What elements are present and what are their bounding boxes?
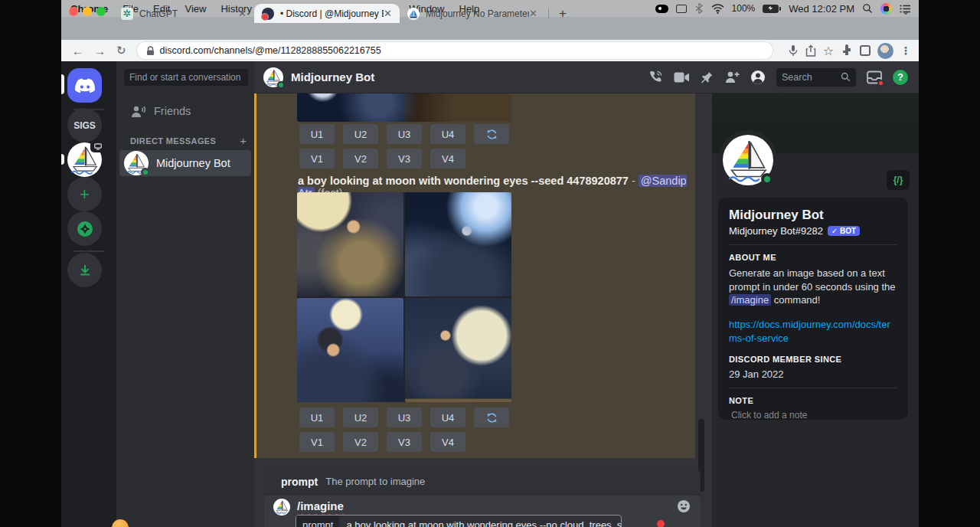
- spotlight-icon[interactable]: [862, 3, 873, 14]
- menubar-clock[interactable]: Wed 12:02 PM: [789, 3, 854, 15]
- discord-logo-icon: [74, 77, 96, 94]
- previous-image-partial[interactable]: [297, 93, 511, 122]
- tab-discord-active[interactable]: • Discord | @Midjourney Bot ✕: [254, 4, 400, 23]
- record-indicator-icon[interactable]: [655, 5, 668, 13]
- u2-button[interactable]: U2: [343, 408, 378, 427]
- chatgpt-favicon: ✲: [121, 8, 133, 20]
- grid-image-2[interactable]: [405, 192, 511, 296]
- discord-dm-sidebar: [116, 61, 254, 527]
- composer-bot-avatar: [273, 499, 290, 516]
- battery-icon[interactable]: [763, 5, 781, 13]
- v4-button[interactable]: V4: [430, 149, 466, 169]
- tab-overflow-chevron-icon[interactable]: ⌄: [902, 6, 910, 17]
- tab-close-icon[interactable]: ✕: [384, 8, 392, 19]
- v2-button[interactable]: V2: [343, 149, 378, 169]
- prompt-option-field[interactable]: prompt a boy looking at moon with wonder…: [296, 515, 622, 527]
- u1-button[interactable]: U1: [299, 408, 335, 427]
- dm-item-midjourney-bot[interactable]: Midjourney Bot: [119, 150, 251, 176]
- midjourney-image-grid[interactable]: [297, 192, 511, 402]
- reload-icon[interactable]: ↻: [116, 44, 126, 57]
- about-text-after: command!: [771, 294, 820, 306]
- upscale-row: U1 U2 U3 U4: [299, 408, 509, 427]
- video-call-icon[interactable]: [674, 71, 690, 83]
- u4-button[interactable]: U4: [430, 124, 466, 144]
- sidebar-item-friends[interactable]: Friends: [121, 100, 250, 123]
- browser-profile-avatar[interactable]: [877, 43, 893, 59]
- download-apps-button[interactable]: [67, 253, 102, 287]
- app-status-icon[interactable]: [880, 3, 892, 15]
- help-button[interactable]: ?: [893, 70, 908, 85]
- about-text-before: Generate an image based on a text prompt…: [729, 267, 896, 293]
- reroll-button[interactable]: [474, 124, 509, 144]
- inbox-button[interactable]: [867, 70, 882, 84]
- chat-title: Midjourney Bot: [291, 70, 374, 83]
- wifi-icon[interactable]: [711, 4, 724, 14]
- v1-button[interactable]: V1: [299, 432, 335, 452]
- new-tab-button[interactable]: +: [559, 6, 567, 21]
- u1-button[interactable]: U1: [299, 124, 335, 144]
- header-search-input[interactable]: Search: [776, 68, 856, 87]
- tab-search-icon[interactable]: [860, 45, 871, 56]
- reroll-button[interactable]: [474, 408, 509, 427]
- user-profile-icon[interactable]: [750, 70, 766, 85]
- inbox-unread-badge: [877, 80, 884, 87]
- terms-link[interactable]: https://docs.midjourney.com/docs/terms-o…: [729, 318, 897, 345]
- prompt-field-value[interactable]: a boy looking at moon with wondering eye…: [346, 519, 622, 527]
- add-server-button[interactable]: +: [67, 177, 102, 211]
- screen-mirroring-icon[interactable]: [676, 5, 687, 13]
- bot-badge: ✓ BOT: [828, 226, 860, 236]
- download-icon: [78, 264, 92, 277]
- imagine-mention[interactable]: /imagine: [729, 294, 771, 306]
- tab-midjourney-no-parameter[interactable]: Midjourney No Parameter ✕: [400, 4, 545, 23]
- imagine-command[interactable]: /imagine: [297, 499, 344, 512]
- slash-autocomplete-popup[interactable]: prompt The prompt to imagine: [264, 469, 701, 495]
- reroll-icon: [486, 412, 498, 424]
- grid-image-3[interactable]: [297, 298, 403, 402]
- u2-button[interactable]: U2: [343, 124, 378, 144]
- extensions-puzzle-icon[interactable]: [841, 44, 853, 57]
- u3-button[interactable]: U3: [387, 124, 422, 144]
- profile-card: Midjourney Bot Midjourney Bot#9282 ✓ BOT…: [718, 198, 908, 420]
- u4-button[interactable]: U4: [430, 408, 466, 427]
- bluetooth-icon[interactable]: [694, 3, 704, 14]
- window-zoom-button[interactable]: [96, 7, 106, 16]
- forward-icon[interactable]: →: [94, 44, 106, 57]
- mention-left-bar: [254, 93, 256, 458]
- v3-button[interactable]: V3: [387, 149, 422, 169]
- v4-button[interactable]: V4: [430, 432, 466, 452]
- u3-button[interactable]: U3: [387, 408, 422, 427]
- discord-home-button[interactable]: [67, 68, 102, 103]
- grid-image-1[interactable]: [297, 192, 403, 296]
- supports-commands-badge: {/}: [887, 170, 910, 190]
- window-close-button[interactable]: [69, 7, 78, 16]
- autocomplete-description: The prompt to imagine: [325, 476, 425, 487]
- create-dm-icon[interactable]: +: [240, 134, 247, 147]
- grid-image-4[interactable]: [405, 298, 511, 402]
- tab-close-icon[interactable]: ✕: [529, 8, 537, 19]
- conversation-search-input[interactable]: Find or start a conversation: [124, 69, 248, 86]
- v2-button[interactable]: V2: [343, 432, 378, 452]
- explore-servers-button[interactable]: [67, 211, 102, 246]
- mic-icon[interactable]: [788, 44, 799, 57]
- search-icon: [841, 72, 851, 82]
- note-input[interactable]: Click to add a note: [729, 410, 897, 421]
- omnibox[interactable]: discord.com/channels/@me/112828885506221…: [137, 42, 773, 59]
- bookmark-star-icon[interactable]: ☆: [823, 44, 834, 58]
- rail-midjourney-avatar[interactable]: [67, 142, 102, 177]
- server-sigs-button[interactable]: SIGS: [67, 108, 102, 142]
- v3-button[interactable]: V3: [387, 432, 422, 452]
- tab-close-icon[interactable]: ✕: [238, 8, 247, 19]
- v1-button[interactable]: V1: [299, 149, 335, 169]
- tab-chatgpt[interactable]: ✲ ChatGPT ✕: [113, 4, 254, 23]
- pin-icon[interactable]: [701, 70, 714, 84]
- voice-call-icon[interactable]: [648, 70, 663, 84]
- profile-avatar[interactable]: [723, 135, 773, 185]
- window-minimize-button[interactable]: [83, 7, 92, 16]
- back-icon[interactable]: ←: [72, 44, 83, 57]
- dm-section-header: DIRECT MESSAGES +: [130, 134, 247, 147]
- share-icon[interactable]: [805, 44, 816, 57]
- add-friend-icon[interactable]: [724, 70, 740, 83]
- header-avatar: [263, 67, 283, 87]
- emoji-picker-icon[interactable]: [677, 499, 691, 513]
- browser-menu-icon[interactable]: ⋮: [900, 44, 911, 57]
